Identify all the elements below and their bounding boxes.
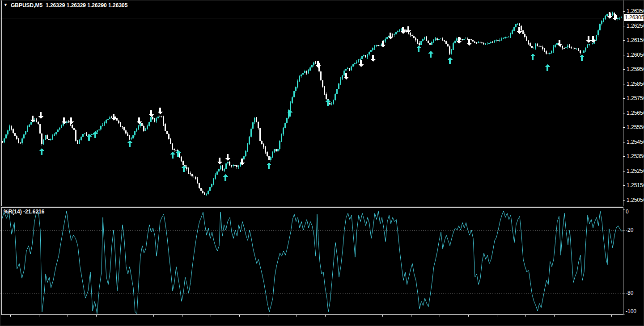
candle-body <box>154 119 155 121</box>
candle-body <box>438 39 440 40</box>
candle-body <box>447 44 449 47</box>
time-axis[interactable]: 8 Jul 20208 Jul 04:258 Jul 05:458 Jul 07… <box>0 314 644 326</box>
candle-body <box>163 117 164 124</box>
candle-body <box>320 71 322 80</box>
sell-arrow-icon <box>61 117 67 124</box>
wpr-indicator-chart[interactable] <box>0 208 623 314</box>
candle-body <box>200 188 202 191</box>
indicator-value: -21.6216 <box>23 209 44 215</box>
candle-body <box>120 123 121 127</box>
candle-body <box>125 130 127 134</box>
buy-arrow-icon <box>579 54 585 61</box>
candle-body <box>292 97 293 103</box>
price-axis[interactable]: 1.263501.262501.261501.260501.259501.258… <box>623 0 644 315</box>
candle-body <box>143 126 144 130</box>
candle-body <box>277 149 279 151</box>
candle-body <box>578 49 579 51</box>
candle-body <box>531 46 533 48</box>
candle-body <box>370 50 372 52</box>
time-tick <box>268 315 268 317</box>
candle-body <box>401 29 402 30</box>
candle-body <box>222 166 223 171</box>
price-tick <box>623 142 625 142</box>
candle-body <box>506 37 508 38</box>
candle-body <box>20 143 21 143</box>
candle-body <box>324 87 325 94</box>
candle-body <box>546 51 547 54</box>
wpr-tick-label: 0 <box>626 209 629 215</box>
candle-body <box>175 150 177 150</box>
sell-arrow-icon <box>148 110 154 117</box>
indicator-name: %R(14) <box>4 209 22 215</box>
candle-body <box>216 171 218 174</box>
price-tick-label: 1.25250 <box>627 168 644 174</box>
candle-body <box>519 24 520 26</box>
sell-arrow-icon <box>136 117 142 124</box>
panel-splitter[interactable] <box>1 206 623 208</box>
sell-arrow-icon <box>380 41 386 47</box>
candle-body <box>181 157 182 161</box>
buy-arrow-icon <box>428 51 433 58</box>
candle-body <box>597 30 599 35</box>
time-tick <box>297 315 297 317</box>
candle-body <box>224 169 225 171</box>
buy-arrow-icon <box>39 148 44 155</box>
price-tick-label: 1.25150 <box>627 182 644 188</box>
sell-arrow-icon <box>370 55 376 62</box>
wpr-line <box>2 211 622 314</box>
wpr-tick <box>623 230 625 230</box>
candle-body <box>147 126 148 129</box>
candle-body <box>116 118 118 121</box>
buy-arrow-icon <box>181 165 186 172</box>
candle-body <box>572 48 574 49</box>
candle-body <box>132 135 134 138</box>
price-tick <box>623 40 625 41</box>
candle-body <box>77 141 78 144</box>
main-price-chart[interactable] <box>0 0 623 206</box>
candle-body <box>170 139 171 144</box>
candle-body <box>234 165 236 165</box>
candle-body <box>11 126 12 129</box>
candle-body <box>218 169 220 172</box>
candle-body <box>395 32 397 35</box>
candle-body <box>18 139 19 143</box>
candle-body <box>13 129 14 133</box>
candle-body <box>199 183 200 188</box>
candle-body <box>596 35 597 40</box>
candle-body <box>233 165 234 166</box>
candle-body <box>159 117 161 117</box>
candle-body <box>606 14 608 16</box>
candle-body <box>478 42 479 43</box>
candle-body <box>404 29 406 31</box>
price-tick-label: 1.25350 <box>627 153 644 159</box>
time-tick <box>125 315 125 317</box>
candle-body <box>428 41 429 43</box>
candle-body <box>311 65 313 67</box>
candle-body <box>492 42 493 42</box>
candle-body <box>619 18 620 18</box>
price-tick <box>623 185 625 186</box>
candle-body <box>229 162 230 165</box>
candle-body <box>150 117 152 122</box>
candle-body <box>487 44 488 44</box>
candle-body <box>365 55 366 57</box>
candle-body <box>612 13 613 15</box>
candle-body <box>100 126 102 130</box>
candle-body <box>75 130 76 141</box>
candle-body <box>411 35 413 36</box>
candle-body <box>225 163 227 169</box>
symbol-dropdown-icon[interactable]: ▼ <box>4 3 8 7</box>
candle-body <box>435 38 436 40</box>
candle-body <box>399 30 400 31</box>
time-tick <box>68 315 68 317</box>
wpr-tick-label: -80 <box>626 290 633 296</box>
time-tick <box>39 315 39 317</box>
price-tick-label: 1.25750 <box>627 95 644 101</box>
candle-body <box>152 117 153 119</box>
price-tick <box>623 171 625 171</box>
candle-body <box>585 48 586 50</box>
candle-body <box>530 43 531 46</box>
candle-body <box>449 46 450 54</box>
candle-body <box>293 91 295 97</box>
candle-body <box>227 162 229 164</box>
